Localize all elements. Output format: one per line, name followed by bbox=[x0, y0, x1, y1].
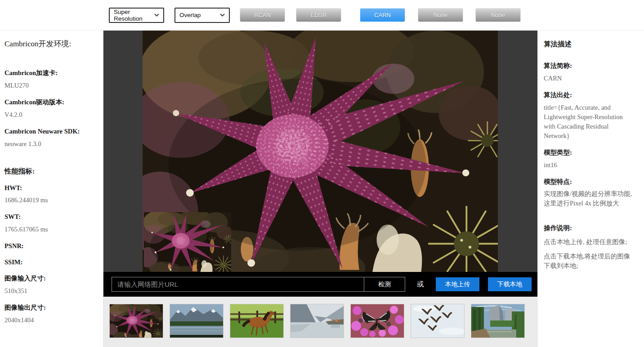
perf-item-value: 2040x1404 bbox=[4, 316, 98, 325]
thumbnail-mountain-lake[interactable] bbox=[170, 304, 223, 338]
geese-image bbox=[411, 304, 464, 338]
env-item-label: Cambricon驱动版本: bbox=[4, 98, 98, 107]
thumbnail-butterfly[interactable] bbox=[351, 304, 404, 338]
perf-item-value: 1686.244019 ms bbox=[4, 196, 98, 205]
detect-button[interactable]: 检测 bbox=[364, 277, 405, 292]
mode-select[interactable]: Overlap bbox=[174, 8, 230, 23]
yosemite-valley-image bbox=[471, 304, 524, 338]
local-upload-button[interactable]: 本地上传 bbox=[436, 277, 479, 291]
perf-item-label: PSNR: bbox=[4, 242, 98, 250]
perf-title: 性能指标: bbox=[4, 167, 98, 176]
algo-item-value: title={Fast, Accurate, and Lightweight S… bbox=[544, 103, 636, 141]
perf-item-label: SWT: bbox=[4, 213, 98, 221]
or-label: 或 bbox=[417, 280, 424, 289]
algo-item-value: CARN bbox=[544, 74, 636, 83]
perf-item-label: 图像输入尺寸: bbox=[4, 274, 98, 283]
env-item-value: V4.2.0 bbox=[4, 110, 98, 120]
thumbnail-starfish[interactable] bbox=[110, 304, 163, 338]
env-item-label: Cambricon加速卡: bbox=[4, 69, 98, 77]
env-item-value: MLU270 bbox=[4, 81, 98, 90]
model-button-rcan[interactable]: RCAN bbox=[240, 8, 285, 22]
chevron-down-icon bbox=[220, 13, 225, 17]
algo-item-value: 实现图像/视频的超分辨率功能,这里进行Pixel 4x 比例放大 bbox=[544, 189, 636, 208]
perf-item-value: 1765.617065 ms bbox=[4, 225, 98, 234]
algo-item-label: 模型特点: bbox=[544, 178, 636, 186]
ops-line: 点击本地上传, 处理任意图像; bbox=[544, 237, 636, 247]
model-button-edsr[interactable]: EDSR bbox=[296, 8, 341, 22]
mountain-lake-image bbox=[170, 304, 223, 338]
mode-select-value: Overlap bbox=[179, 12, 201, 18]
right-panel: 算法描述 算法简称: CARN 算法出处: title={Fast, Accur… bbox=[537, 31, 644, 347]
task-select[interactable]: Super Resolution bbox=[109, 8, 164, 23]
perf-item-label: HWT: bbox=[4, 184, 98, 192]
algo-item-label: 模型类型: bbox=[544, 148, 636, 157]
url-bar: 检测 或 本地上传 下载本地 bbox=[103, 272, 537, 297]
thumbnail-geese[interactable] bbox=[411, 304, 464, 338]
algo-item-label: 算法简称: bbox=[544, 62, 636, 70]
model-button-carn[interactable]: CARN bbox=[360, 8, 405, 22]
toolbar: Super Resolution Overlap RCAN EDSR CARN … bbox=[0, 0, 644, 31]
original-image-inset bbox=[144, 212, 231, 272]
url-input[interactable] bbox=[112, 277, 364, 292]
starfish-image bbox=[110, 304, 163, 338]
horse-image bbox=[230, 304, 283, 338]
chevron-down-icon bbox=[154, 13, 159, 17]
env-item-label: Cambricon Neuware SDK: bbox=[4, 127, 98, 136]
ops-title: 操作说明: bbox=[544, 224, 636, 232]
perf-item-label: 图像输出尺寸: bbox=[4, 303, 98, 312]
algo-item-value: int16 bbox=[544, 160, 636, 170]
env-item-value: neuware 1.3.0 bbox=[4, 139, 98, 149]
model-button-none-1[interactable]: None bbox=[418, 8, 463, 22]
thumbnail-horse[interactable] bbox=[230, 304, 283, 338]
thumbnail-yosemite-valley[interactable] bbox=[471, 304, 524, 338]
fjord-image bbox=[291, 304, 344, 338]
thumbnail-fjord[interactable] bbox=[291, 304, 344, 338]
algorithm-title: 算法描述 bbox=[544, 40, 636, 49]
model-button-none-2[interactable]: None bbox=[475, 8, 521, 22]
algo-item-label: 算法出处: bbox=[544, 91, 636, 99]
perf-item-value: 510x351 bbox=[4, 286, 98, 296]
image-viewer bbox=[103, 31, 537, 272]
perf-item-label: SSIM: bbox=[4, 258, 98, 267]
download-button[interactable]: 下载本地 bbox=[488, 277, 532, 291]
sample-gallery bbox=[103, 297, 537, 347]
butterfly-image bbox=[351, 304, 404, 338]
task-select-value: Super Resolution bbox=[114, 9, 152, 22]
env-title: Cambricon开发环境: bbox=[4, 39, 98, 49]
ops-line: 点击下载本地,将处理后的图像下载到本地; bbox=[544, 252, 636, 271]
left-panel: Cambricon开发环境: Cambricon加速卡: MLU270 Camb… bbox=[0, 31, 103, 347]
